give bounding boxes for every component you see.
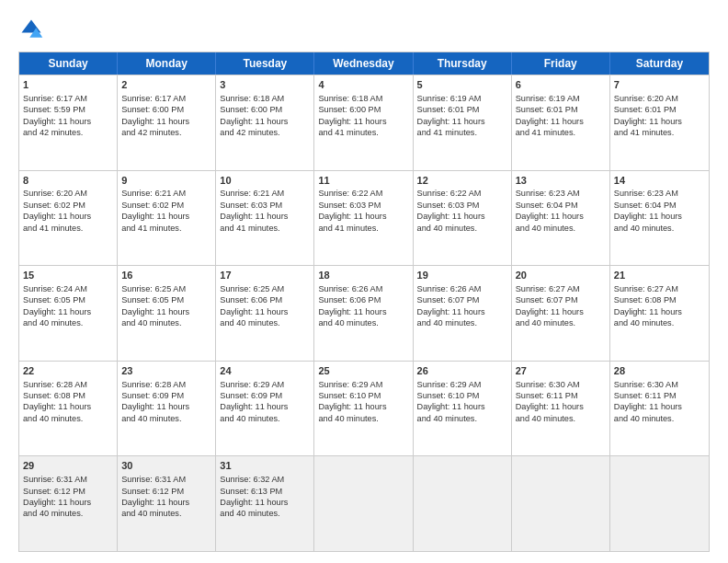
week-row-5: 29Sunrise: 6:31 AMSunset: 6:12 PMDayligh… <box>19 455 709 551</box>
day-info-line: Sunset: 6:10 PM <box>417 390 507 401</box>
day-info-line: Sunset: 6:04 PM <box>516 200 606 211</box>
empty-cell <box>414 456 512 551</box>
day-number: 22 <box>23 364 113 378</box>
day-info-line: and 41 minutes. <box>614 127 705 138</box>
day-info-line: Daylight: 11 hours <box>614 211 705 222</box>
day-number: 8 <box>23 174 113 188</box>
day-info-line: Sunrise: 6:18 AM <box>220 93 310 104</box>
day-info-line: and 40 minutes. <box>318 413 408 424</box>
day-info-line: Daylight: 11 hours <box>220 497 310 508</box>
day-info-line: Sunrise: 6:27 AM <box>516 283 606 294</box>
day-cell-18: 18Sunrise: 6:26 AMSunset: 6:06 PMDayligh… <box>314 266 413 361</box>
empty-cell <box>610 456 709 551</box>
day-info-line: Sunrise: 6:22 AM <box>318 188 408 199</box>
day-number: 13 <box>516 174 606 188</box>
day-info-line: Sunrise: 6:17 AM <box>121 93 211 104</box>
day-info-line: Sunrise: 6:30 AM <box>516 379 606 390</box>
day-info-line: Sunrise: 6:24 AM <box>23 283 113 294</box>
day-cell-14: 14Sunrise: 6:23 AMSunset: 6:04 PMDayligh… <box>610 171 709 266</box>
day-number: 19 <box>417 269 507 282</box>
day-cell-15: 15Sunrise: 6:24 AMSunset: 6:05 PMDayligh… <box>19 266 118 361</box>
calendar: SundayMondayTuesdayWednesdayThursdayFrid… <box>18 52 710 552</box>
day-info-line: Sunset: 6:11 PM <box>516 390 606 401</box>
day-cell-5: 5Sunrise: 6:19 AMSunset: 6:01 PMDaylight… <box>414 75 512 170</box>
day-number: 27 <box>516 364 606 378</box>
day-number: 15 <box>23 269 113 282</box>
day-info-line: Sunset: 6:01 PM <box>516 104 606 115</box>
day-info-line: Sunrise: 6:25 AM <box>121 283 211 294</box>
day-cell-19: 19Sunrise: 6:26 AMSunset: 6:07 PMDayligh… <box>414 266 512 361</box>
day-info-line: Sunset: 5:59 PM <box>23 104 113 115</box>
day-info-line: Sunset: 6:06 PM <box>220 294 310 305</box>
day-info-line: Sunrise: 6:27 AM <box>614 283 705 294</box>
day-number: 12 <box>417 174 507 188</box>
day-info-line: Sunset: 6:02 PM <box>23 200 113 211</box>
day-cell-30: 30Sunrise: 6:31 AMSunset: 6:12 PMDayligh… <box>118 456 216 551</box>
day-info-line: Sunset: 6:07 PM <box>417 294 507 305</box>
day-info-line: Sunset: 6:09 PM <box>121 390 211 401</box>
day-info-line: and 41 minutes. <box>220 223 310 234</box>
day-cell-8: 8Sunrise: 6:20 AMSunset: 6:02 PMDaylight… <box>19 171 118 266</box>
day-number: 14 <box>614 174 705 188</box>
day-info-line: Sunset: 6:12 PM <box>121 486 211 497</box>
day-info-line: and 40 minutes. <box>614 223 705 234</box>
day-cell-1: 1Sunrise: 6:17 AMSunset: 5:59 PMDaylight… <box>19 75 118 170</box>
day-info-line: Sunset: 6:01 PM <box>614 104 705 115</box>
day-info-line: Sunrise: 6:32 AM <box>220 474 310 485</box>
day-info-line: Sunrise: 6:18 AM <box>318 93 408 104</box>
day-info-line: Sunrise: 6:29 AM <box>417 379 507 390</box>
day-info-line: Sunrise: 6:20 AM <box>614 93 705 104</box>
day-cell-4: 4Sunrise: 6:18 AMSunset: 6:00 PMDaylight… <box>314 75 413 170</box>
day-info-line: Sunrise: 6:21 AM <box>121 188 211 199</box>
day-number: 20 <box>516 269 606 282</box>
day-cell-27: 27Sunrise: 6:30 AMSunset: 6:11 PMDayligh… <box>512 362 610 456</box>
day-header-sunday: Sunday <box>19 52 118 75</box>
day-info-line: Sunset: 6:07 PM <box>516 294 606 305</box>
week-row-2: 8Sunrise: 6:20 AMSunset: 6:02 PMDaylight… <box>19 170 709 266</box>
day-number: 25 <box>318 364 408 378</box>
empty-cell <box>512 456 610 551</box>
day-info-line: Daylight: 11 hours <box>318 116 408 127</box>
day-info-line: Sunrise: 6:31 AM <box>23 474 113 485</box>
day-number: 2 <box>121 78 211 92</box>
day-number: 31 <box>220 459 310 473</box>
logo-icon <box>18 17 44 42</box>
day-info-line: and 41 minutes. <box>417 127 507 138</box>
day-info-line: Daylight: 11 hours <box>516 116 606 127</box>
day-cell-20: 20Sunrise: 6:27 AMSunset: 6:07 PMDayligh… <box>512 266 610 361</box>
day-info-line: Daylight: 11 hours <box>121 497 211 508</box>
day-info-line: Daylight: 11 hours <box>614 116 705 127</box>
day-info-line: and 40 minutes. <box>516 223 606 234</box>
day-number: 26 <box>417 364 507 378</box>
day-cell-7: 7Sunrise: 6:20 AMSunset: 6:01 PMDaylight… <box>610 75 709 170</box>
day-info-line: Sunset: 6:00 PM <box>220 104 310 115</box>
day-info-line: Daylight: 11 hours <box>417 306 507 317</box>
day-number: 5 <box>417 78 507 92</box>
day-info-line: Daylight: 11 hours <box>516 401 606 412</box>
day-info-line: Daylight: 11 hours <box>220 116 310 127</box>
day-info-line: Sunrise: 6:30 AM <box>614 379 705 390</box>
day-number: 23 <box>121 364 211 378</box>
day-info-line: Sunrise: 6:28 AM <box>23 379 113 390</box>
day-info-line: Daylight: 11 hours <box>417 211 507 222</box>
day-info-line: Sunrise: 6:23 AM <box>516 188 606 199</box>
day-info-line: Daylight: 11 hours <box>121 401 211 412</box>
day-number: 4 <box>318 78 408 92</box>
day-info-line: Sunset: 6:05 PM <box>121 294 211 305</box>
day-info-line: and 40 minutes. <box>23 508 113 519</box>
day-info-line: Sunset: 6:09 PM <box>220 390 310 401</box>
day-cell-21: 21Sunrise: 6:27 AMSunset: 6:08 PMDayligh… <box>610 266 709 361</box>
day-info-line: and 41 minutes. <box>318 127 408 138</box>
day-info-line: Sunset: 6:02 PM <box>121 200 211 211</box>
day-info-line: Sunset: 6:03 PM <box>220 200 310 211</box>
day-cell-24: 24Sunrise: 6:29 AMSunset: 6:09 PMDayligh… <box>216 362 314 456</box>
day-info-line: and 40 minutes. <box>614 413 705 424</box>
day-info-line: Sunrise: 6:31 AM <box>121 474 211 485</box>
day-info-line: and 40 minutes. <box>220 508 310 519</box>
day-info-line: Sunrise: 6:25 AM <box>220 283 310 294</box>
day-info-line: Sunrise: 6:22 AM <box>417 188 507 199</box>
calendar-header: SundayMondayTuesdayWednesdayThursdayFrid… <box>19 52 709 75</box>
day-header-saturday: Saturday <box>610 52 709 75</box>
day-info-line: Daylight: 11 hours <box>516 211 606 222</box>
day-number: 10 <box>220 174 310 188</box>
